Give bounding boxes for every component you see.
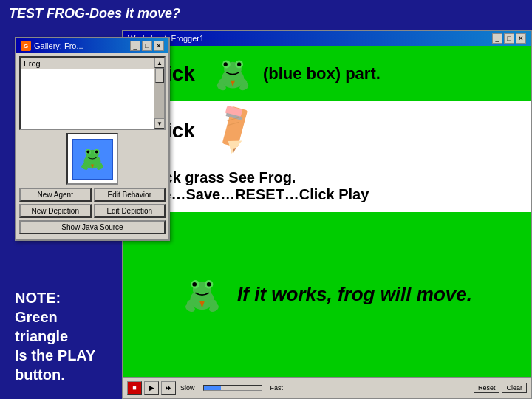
toolbar-clear-btn[interactable]: Clear bbox=[502, 383, 527, 393]
edit-behavior-btn[interactable]: Edit Behavior bbox=[94, 188, 166, 202]
worksheet-titlebar: Worksheet: Frogger1 _ □ ✕ bbox=[123, 31, 531, 46]
show-java-btn[interactable]: Show Java Source bbox=[19, 220, 166, 234]
gallery-preview bbox=[66, 133, 118, 185]
worksheet-close-btn[interactable]: ✕ bbox=[516, 33, 526, 44]
row4-text: If it works, frog will move. bbox=[237, 283, 472, 306]
new-agent-btn[interactable]: New Agent bbox=[19, 188, 92, 202]
gallery-list-item[interactable]: Frog bbox=[21, 58, 164, 69]
page-title: TEST FROG-Does it move? bbox=[0, 0, 532, 27]
worksheet-row-4: If it works, frog will move. bbox=[123, 212, 531, 377]
row4-frog-icon bbox=[182, 274, 222, 315]
svg-point-16 bbox=[237, 62, 241, 66]
worksheet-minimize-btn[interactable]: _ bbox=[492, 33, 502, 44]
gallery-list[interactable]: Frog ▲ ▼ bbox=[19, 56, 166, 130]
gallery-minimize-btn[interactable]: _ bbox=[130, 41, 140, 51]
toolbar-stop-btn[interactable]: ■ bbox=[127, 381, 142, 395]
row3-line1: Click grass See Frog. bbox=[146, 169, 369, 186]
gallery-scrollbar[interactable]: ▲ ▼ bbox=[154, 58, 164, 129]
toolbar-fast-label: Fast bbox=[270, 384, 284, 392]
gallery-body: Frog ▲ ▼ bbox=[16, 53, 168, 239]
toolbar-speed-slider[interactable] bbox=[203, 385, 262, 391]
btn-row-3: Show Java Source bbox=[19, 220, 166, 234]
gallery-frog-icon bbox=[78, 145, 106, 173]
row1-frog-icon bbox=[214, 55, 252, 93]
worksheet-maximize-btn[interactable]: □ bbox=[504, 33, 514, 44]
gallery-preview-blue-box bbox=[72, 139, 113, 180]
svg-point-15 bbox=[223, 62, 227, 66]
toolbar-slow-label: Slow bbox=[180, 384, 195, 392]
worksheet-row-1: Click (blue box) part. bbox=[123, 46, 531, 101]
svg-point-5 bbox=[95, 151, 98, 154]
title-text: TEST FROG-Does it move? bbox=[9, 6, 180, 21]
worksheet-row-2: Click bbox=[123, 101, 531, 160]
worksheet-toolbar: ■ ▶ ⏭ Slow Fast Reset Clear bbox=[123, 377, 531, 398]
pencil-icon bbox=[214, 104, 254, 157]
btn-row-2: New Depiction Edit Depiction bbox=[19, 204, 166, 218]
gallery-titlebar: G Gallery: Fro... _ □ ✕ bbox=[16, 38, 168, 53]
scrollbar-thumb[interactable] bbox=[155, 68, 164, 83]
scrollbar-track bbox=[154, 68, 164, 118]
note-text: NOTE: Green triangle Is the PLAY button. bbox=[15, 288, 129, 384]
note-section: NOTE: Green triangle Is the PLAY button. bbox=[15, 288, 129, 384]
main-content: G Gallery: Fro... _ □ ✕ Frog ▲ bbox=[0, 30, 532, 399]
row3-instructions: Click grass See Frog. File…Save…RESET…Cl… bbox=[146, 169, 369, 203]
scrollbar-up-btn[interactable]: ▲ bbox=[154, 58, 165, 68]
svg-point-4 bbox=[86, 151, 89, 154]
btn-row-1: New Agent Edit Behavior bbox=[19, 188, 166, 202]
gallery-window-icon: G bbox=[21, 41, 31, 51]
gallery-title-text: Gallery: Fro... bbox=[34, 41, 83, 50]
gallery-titlebar-left: G Gallery: Fro... bbox=[21, 41, 83, 51]
scrollbar-down-btn[interactable]: ▼ bbox=[154, 118, 165, 129]
edit-depiction-btn[interactable]: Edit Depiction bbox=[94, 204, 166, 218]
gallery-maximize-btn[interactable]: □ bbox=[142, 41, 152, 51]
toolbar-play-btn[interactable]: ▶ bbox=[144, 381, 159, 395]
gallery-close-btn[interactable]: ✕ bbox=[154, 41, 164, 51]
row3-line2: File…Save…RESET…Click Play bbox=[146, 186, 369, 203]
toolbar-reset-btn[interactable]: Reset bbox=[474, 383, 500, 393]
worksheet-row-3: Click grass See Frog. File…Save…RESET…Cl… bbox=[123, 160, 531, 212]
worksheet-body: Click (blue box) part. bbox=[123, 46, 531, 398]
svg-point-33 bbox=[192, 282, 197, 287]
svg-point-34 bbox=[207, 282, 211, 287]
gallery-window: G Gallery: Fro... _ □ ✕ Frog ▲ bbox=[15, 37, 170, 241]
toolbar-speed-fill bbox=[204, 386, 221, 390]
new-depiction-btn[interactable]: New Depiction bbox=[19, 204, 92, 218]
toolbar-step-btn[interactable]: ⏭ bbox=[161, 381, 176, 395]
worksheet-titlebar-buttons: _ □ ✕ bbox=[492, 33, 526, 44]
gallery-titlebar-buttons: _ □ ✕ bbox=[130, 41, 164, 51]
worksheet-window: Worksheet: Frogger1 _ □ ✕ Click bbox=[122, 30, 532, 399]
row1-suffix-text: (blue box) part. bbox=[263, 64, 381, 83]
